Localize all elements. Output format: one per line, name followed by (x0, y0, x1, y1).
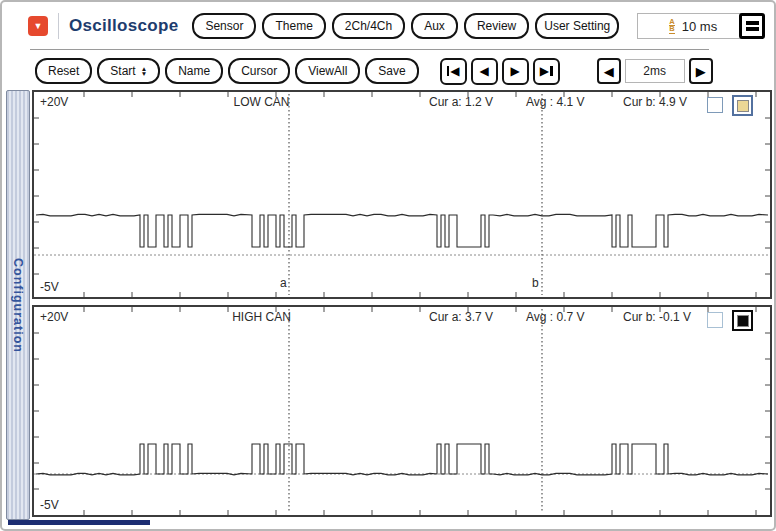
viewall-button[interactable]: ViewAll (295, 58, 360, 84)
playback-nav-group: ◀ ◀ ▶ ▶ (440, 58, 560, 85)
step-back-icon[interactable]: ◀ (471, 58, 498, 85)
sensor-button[interactable]: Sensor (192, 13, 256, 39)
aux-button[interactable]: Aux (411, 13, 458, 39)
app-title: Oscilloscope (69, 16, 178, 36)
review-button[interactable]: Review (464, 13, 529, 39)
low-can-checkbox[interactable] (707, 97, 723, 113)
high-can-color-swatch[interactable] (732, 310, 753, 331)
low-can-cursor-b-value: Cur b: 4.9 V (623, 95, 687, 109)
timebase-increase-icon[interactable]: ▶ (689, 58, 713, 84)
toolbar-divider (30, 49, 709, 50)
oscilloscope-window: ▼ Oscilloscope Sensor Theme 2Ch/4Ch Aux … (0, 0, 776, 531)
timebase-value: 2ms (625, 59, 685, 83)
cursor-b-label[interactable]: b (532, 276, 539, 290)
channel-mode-button[interactable]: 2Ch/4Ch (332, 13, 405, 39)
cursor-button[interactable]: Cursor (228, 58, 290, 84)
reset-button[interactable]: Reset (35, 58, 92, 84)
low-can-title: LOW CAN (194, 95, 329, 109)
low-can-avg-value: Avg : 4.1 V (526, 95, 584, 109)
control-toolbar: Reset Start ▲▼ Name Cursor ViewAll Save … (2, 56, 774, 86)
start-button[interactable]: Start ▲▼ (97, 58, 160, 84)
high-can-waveform (34, 307, 770, 515)
skip-start-icon[interactable]: ◀ (440, 58, 467, 85)
acquisition-time-display: AB 10 ms (637, 13, 749, 39)
low-can-waveform (34, 92, 770, 297)
high-can-avg-value: Avg : 0.7 V (526, 310, 584, 324)
high-can-vmax-label: +20V (40, 310, 68, 324)
high-can-checkbox[interactable] (707, 312, 723, 328)
timebase-decrease-icon[interactable]: ◀ (597, 58, 621, 84)
high-can-cursor-b-value: Cur b: -0.1 V (623, 310, 691, 324)
title-divider (58, 13, 59, 39)
theme-button[interactable]: Theme (262, 13, 325, 39)
app-dropdown-icon[interactable]: ▼ (28, 16, 48, 36)
skip-end-icon[interactable]: ▶ (533, 58, 560, 85)
configuration-tab[interactable]: Configuration (6, 90, 30, 520)
low-can-cursor-a-value: Cur a: 1.2 V (429, 95, 493, 109)
name-button[interactable]: Name (165, 58, 223, 84)
step-forward-icon[interactable]: ▶ (502, 58, 529, 85)
start-spinner-icon[interactable]: ▲▼ (141, 66, 147, 77)
ab-cursor-icon: AB (669, 19, 674, 34)
high-can-cursor-a-value: Cur a: 3.7 V (429, 310, 493, 324)
scope-panel-high-can: +20V HIGH CAN Cur a: 3.7 V Avg : 0.7 V C… (32, 305, 772, 517)
bottom-status-bar (8, 520, 150, 525)
configuration-tab-label: Configuration (11, 258, 25, 353)
high-can-title: HIGH CAN (194, 310, 329, 324)
low-can-vmin-label: -5V (40, 280, 59, 294)
top-toolbar: ▼ Oscilloscope Sensor Theme 2Ch/4Ch Aux … (2, 11, 774, 41)
scope-panel-low-can: +20V LOW CAN Cur a: 1.2 V Avg : 4.1 V Cu… (32, 90, 772, 299)
menu-icon[interactable] (739, 13, 765, 39)
high-can-vmin-label: -5V (40, 498, 59, 512)
low-can-color-swatch[interactable] (732, 95, 753, 116)
low-can-vmax-label: +20V (40, 95, 68, 109)
user-setting-button[interactable]: User Setting (535, 13, 619, 39)
save-button[interactable]: Save (365, 58, 418, 84)
acquisition-time-value: 10 ms (682, 19, 717, 34)
timebase-group: ◀ 2ms ▶ (597, 58, 713, 84)
cursor-a-label[interactable]: a (280, 276, 287, 290)
